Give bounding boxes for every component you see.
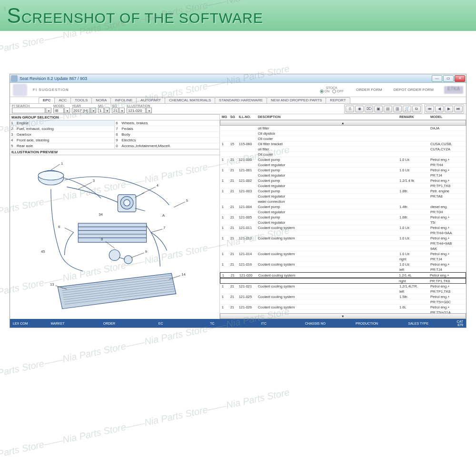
main-group-item[interactable]: 8Body: [115, 132, 219, 138]
tool-tag-icon[interactable]: ⌦: [365, 106, 373, 112]
tab-new-and-dropped-parts[interactable]: NEW AND DROPPED PARTS: [267, 97, 326, 103]
tab-acc[interactable]: ACC: [54, 97, 71, 103]
parts-row[interactable]: 121121-011Coolant cooling system1.0 Ltr.…: [220, 225, 466, 230]
illustration-dropdown[interactable]: ▾: [146, 108, 152, 113]
fi-search-dropdown[interactable]: ▾: [46, 108, 51, 113]
main-group-item[interactable]: 7Pedals: [115, 126, 219, 132]
parts-row[interactable]: 121121-016Coolant cooling system1.0 Ltr.…: [220, 262, 466, 267]
parts-row[interactable]: PR:TH4+9AA: [220, 230, 466, 236]
main-group-item[interactable]: 1Engine: [10, 120, 114, 126]
parts-row[interactable]: 121121-000Coolant pump1.0 Ltr.Petrol eng…: [220, 157, 466, 162]
parts-row[interactable]: Coolant regulatorPR:TA8: [220, 194, 466, 199]
model-field[interactable]: IB: [53, 108, 64, 113]
minimize-button[interactable]: —: [432, 75, 442, 82]
parts-row[interactable]: Coolant regulatorPR:TP1,TK8: [220, 183, 466, 188]
tool-cart-icon[interactable]: 🛒: [403, 106, 411, 112]
nav-first-icon[interactable]: ⏮: [426, 106, 434, 112]
nav-last-icon[interactable]: ⏭: [454, 106, 463, 112]
main-group-item[interactable]: 4Front axle, steering: [10, 138, 114, 143]
main-group-item[interactable]: 0Access.,Infotainment,Miscell.: [115, 143, 219, 149]
stock-off-radio[interactable]: OFF: [332, 89, 344, 93]
parts-row[interactable]: Coolant regulatorPR:TJ4: [220, 173, 466, 178]
tool-box-icon[interactable]: ▣: [374, 106, 383, 112]
scroll-up-button[interactable]: ▲: [220, 120, 466, 126]
tab-infoline[interactable]: INFOLINE: [110, 97, 137, 103]
parts-row[interactable]: water connection: [220, 199, 466, 204]
tab-nora[interactable]: NORA: [91, 97, 111, 103]
tab-epc[interactable]: EPC: [39, 97, 55, 103]
parts-row[interactable]: Oil cooler: [220, 136, 466, 141]
tab-standard-hardware[interactable]: STANDARD HARDWARE: [215, 97, 267, 103]
scroll-down-button[interactable]: ▼: [220, 313, 466, 319]
parts-row[interactable]: Oil dipstick: [220, 131, 466, 136]
depot-order-form-link[interactable]: DEPOT ORDER FORM: [394, 88, 434, 92]
parts-row[interactable]: 121121-001Coolant pump1.0 Ltr.Petrol eng…: [220, 168, 466, 173]
tab-chemical-materials[interactable]: CHEMICAL MATERIALS: [165, 97, 215, 103]
close-button[interactable]: ✕: [455, 75, 465, 82]
parts-row[interactable]: 9AK: [220, 246, 466, 251]
mg-field[interactable]: 1: [98, 108, 104, 113]
parts-row[interactable]: oil filterDAJA: [220, 126, 466, 131]
parts-table-body[interactable]: oil filterDAJAOil dipstickOil cooler1151…: [220, 126, 466, 313]
tab-report[interactable]: REPORT: [326, 97, 350, 103]
parts-row[interactable]: 121121-005Coolant pump1.6ltr.Petrol eng.…: [220, 215, 466, 220]
parts-row[interactable]: 121121-003Coolant pump1.8ltr.Petr. engin…: [220, 188, 466, 194]
parts-row[interactable]: 121121-020Coolant cooling system1.2/1.4L…: [220, 272, 466, 278]
tool-copy-icon[interactable]: ⧉: [412, 106, 421, 112]
parts-row[interactable]: 121121-002Coolant pump1.2/1.4 ltr.Petrol…: [220, 178, 466, 183]
main-group-item[interactable]: 3Gearbox: [10, 132, 114, 138]
svg-text:34: 34: [99, 212, 103, 217]
brand-logo: [13, 84, 27, 96]
svg-text:13: 13: [50, 282, 54, 287]
svg-text:6: 6: [58, 225, 60, 229]
stock-on-radio[interactable]: ON: [320, 89, 329, 93]
maximize-button[interactable]: ▭: [443, 75, 454, 82]
parts-row[interactable]: 121121-012Coolant cooling system1.0 Ltr.…: [220, 236, 466, 241]
fi-search-label: FI SEARCH: [12, 104, 30, 108]
parts-row[interactable]: leftPR:TJ4: [220, 267, 466, 272]
sg-field[interactable]: 21: [112, 108, 119, 113]
parts-row[interactable]: 115115-060Oil filter bracketCUSA,CUSB,: [220, 141, 466, 147]
parts-row[interactable]: rightPR:TJ4: [220, 257, 466, 262]
parts-row[interactable]: 121121-026Coolant cooling system1.6LPetr…: [220, 305, 466, 310]
parts-row[interactable]: PR:TH4+9AB: [220, 241, 466, 246]
parts-row[interactable]: PR:T5I+G0C: [220, 299, 466, 305]
fi-search-input[interactable]: [12, 108, 45, 113]
tab-bar: EPCACCTOOLSNORAINFOLINEAUTOPARTCHEMICAL …: [10, 97, 466, 104]
tool-doc-icon[interactable]: ▤: [384, 106, 392, 112]
parts-row[interactable]: leftPR:TP1,TK8: [220, 289, 466, 294]
tool-list-icon[interactable]: ▥: [393, 106, 402, 112]
parts-row[interactable]: PR:T5I+G1A: [220, 310, 466, 313]
model-dropdown[interactable]: ▾: [64, 108, 70, 113]
order-form-link[interactable]: ORDER FORM: [356, 88, 382, 92]
parts-row[interactable]: 121121-021Coolant cooling system1,2/1,4L…: [220, 284, 466, 289]
parts-row[interactable]: Oil cooler: [220, 152, 466, 157]
svg-text:7: 7: [163, 226, 165, 230]
parts-row[interactable]: oil filterCUTA,CYZA: [220, 147, 466, 152]
parts-row[interactable]: Coolant regulatorPR:T0H: [220, 209, 466, 215]
tab-autopart[interactable]: AUTOPART: [136, 97, 165, 103]
svg-text:8: 8: [101, 238, 103, 242]
parts-row[interactable]: rightPR:TP1,TK8: [220, 278, 466, 284]
svg-point-10: [109, 250, 120, 261]
tool-camera-icon[interactable]: ◉: [355, 106, 364, 112]
parts-row[interactable]: 121121-004Coolant pump1.4ltr.diesel eng.: [220, 204, 466, 209]
nav-prev-icon[interactable]: ◀: [435, 106, 444, 112]
year-dropdown[interactable]: ▾: [90, 108, 96, 113]
main-group-item[interactable]: 6Wheels, brakes: [115, 120, 219, 126]
tool-print-icon[interactable]: ⎙: [346, 106, 354, 112]
year-field[interactable]: 2017 (H): [72, 108, 90, 113]
illustration-field[interactable]: 121-020: [127, 108, 146, 113]
parts-row[interactable]: Coolant regulatorPR:TH4: [220, 162, 466, 168]
main-group-item[interactable]: 2Fuel, exhaust, cooling: [10, 126, 114, 132]
parts-row[interactable]: 121121-014Coolant cooling system1.0 Ltr.…: [220, 251, 466, 257]
main-group-item[interactable]: 5Rear axle: [10, 143, 114, 149]
main-group-item[interactable]: 9Electrics: [115, 138, 219, 143]
illustration-preview[interactable]: 134 567 89 1314 4534A: [10, 155, 219, 319]
parts-row[interactable]: 121121-025Coolant cooling system1.5ltr.P…: [220, 294, 466, 299]
tab-tools[interactable]: TOOLS: [70, 97, 92, 103]
parts-row[interactable]: Coolant regulatorT5I: [220, 220, 466, 225]
mg-dropdown[interactable]: ▾: [104, 108, 110, 113]
nav-next-icon[interactable]: ▶: [445, 106, 453, 112]
sg-dropdown[interactable]: ▾: [119, 108, 125, 113]
